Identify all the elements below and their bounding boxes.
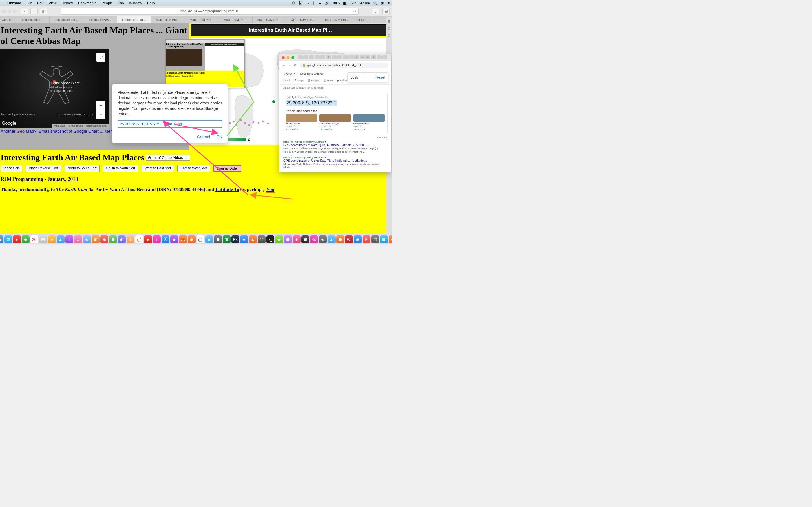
- dock-app29[interactable]: ◉: [293, 235, 301, 243]
- tab-6[interactable]: Map - RJM Pro…: [185, 16, 219, 23]
- tab-7[interactable]: Map - RJM Pro…: [219, 16, 253, 23]
- dock-mail[interactable]: ✉: [4, 235, 12, 243]
- cancel-button[interactable]: Cancel: [197, 134, 210, 139]
- dock-app13[interactable]: ◐: [118, 235, 126, 243]
- google-map[interactable]: 📍 Cerne Abbas Giant Naked male figure cu…: [0, 49, 109, 128]
- sort-w2e[interactable]: West to East Sort: [142, 165, 174, 172]
- tab-1[interactable]: htmlattachmen…: [16, 16, 50, 23]
- bluetooth-icon[interactable]: ᚼ: [312, 1, 315, 5]
- new-tab-button[interactable]: +: [370, 16, 378, 23]
- gnav-maps[interactable]: 📍 Maps: [294, 79, 304, 83]
- dock-app24[interactable]: ◈: [240, 235, 248, 243]
- gnav-news[interactable]: 📰 News: [323, 79, 334, 83]
- popup-fwd[interactable]: →: [288, 64, 291, 67]
- sort-place[interactable]: Place Sort: [1, 165, 22, 172]
- you-link[interactable]: You: [266, 187, 275, 193]
- tab-2[interactable]: htmlattachmen…: [50, 16, 84, 23]
- tab-5[interactable]: Map - RJM Pro…: [151, 16, 185, 23]
- popup-url[interactable]: 🔒google.com/search?rlz=1C5CHFA_enA…: [299, 62, 388, 68]
- popup-close[interactable]: [282, 56, 285, 59]
- gnav-images[interactable]: 🖼 Images: [308, 79, 319, 83]
- place-select[interactable]: Giant of Cerne Abbas: [146, 155, 190, 161]
- sort-place-rev[interactable]: Place Reverse Sort: [26, 165, 61, 172]
- dock-ps[interactable]: Ps: [232, 235, 239, 243]
- pas-item-0[interactable]: Mount Conner 25.4928° S, 131.8978° E: [286, 114, 317, 131]
- menu-edit[interactable]: Edit: [37, 1, 43, 5]
- reload-icon[interactable]: ⟳: [353, 9, 356, 13]
- gnav-all[interactable]: 🔍 All: [283, 79, 290, 83]
- tab-4[interactable]: Interesting Eart…: [117, 16, 151, 23]
- menu-history[interactable]: History: [61, 1, 73, 5]
- siri-icon[interactable]: ◉: [381, 1, 384, 5]
- volume-icon[interactable]: 🔊: [325, 1, 329, 5]
- dock-app10[interactable]: ▣: [92, 235, 100, 243]
- battery-icon[interactable]: ▮▯: [343, 1, 347, 5]
- popup-reload[interactable]: ⟳: [294, 63, 297, 67]
- dock-app23[interactable]: ▣: [223, 235, 231, 243]
- zoom-reset[interactable]: Reset: [375, 75, 385, 79]
- back-button[interactable]: ‹: [21, 8, 28, 14]
- search-result-1[interactable]: latitude.to › Articles by country › Aust…: [280, 139, 391, 155]
- dock-app33[interactable]: ⬢: [336, 235, 344, 243]
- fullscreen-icon[interactable]: ⛶: [96, 53, 105, 62]
- email-snapshot-link[interactable]: Email snapshot of Google Chart ...: [39, 129, 103, 133]
- forward-button[interactable]: ›: [31, 8, 38, 14]
- ok-button[interactable]: OK: [216, 134, 222, 139]
- spotlight-icon[interactable]: 🔍: [373, 1, 377, 5]
- tab-10[interactable]: Map - RJM Pro…: [320, 16, 354, 23]
- zoom-in[interactable]: +: [369, 74, 372, 80]
- zoom-out[interactable]: −: [362, 74, 365, 80]
- dock-app19[interactable]: 🦊: [179, 235, 187, 243]
- dock-app8[interactable]: ♫: [74, 235, 82, 243]
- pas-item-1[interactable]: Macdonnell Ranges 23.7407° S, 133.3460° …: [319, 114, 351, 131]
- dock-app26[interactable]: ⬚: [258, 235, 266, 243]
- dock-terminal[interactable]: ›_: [266, 235, 274, 243]
- maximize-button[interactable]: [13, 10, 16, 13]
- dock-app7[interactable]: ♪: [65, 235, 73, 243]
- dock-app12[interactable]: ⬢: [109, 235, 117, 243]
- menubar-icon-1[interactable]: ⚙: [292, 1, 295, 5]
- dock-app11[interactable]: ◉: [100, 235, 108, 243]
- minimize-button[interactable]: [8, 10, 11, 13]
- share-button[interactable]: ⤴: [372, 8, 379, 14]
- dock-app14[interactable]: ♦: [126, 235, 135, 243]
- dock-app32[interactable]: ▲: [327, 235, 336, 243]
- tab-3[interactable]: localhost:8888…: [84, 16, 117, 23]
- popup-min[interactable]: [287, 56, 290, 59]
- dock-app6[interactable]: ▲: [57, 235, 64, 243]
- geo-marker-green[interactable]: [272, 100, 276, 104]
- screen-icon[interactable]: ▭: [306, 1, 309, 5]
- tab-8[interactable]: Map - RJM Pro…: [253, 16, 287, 23]
- dock-calendar[interactable]: 20: [31, 235, 38, 243]
- dock-safari[interactable]: 🧭: [0, 235, 3, 243]
- sidebar-button[interactable]: ▥: [40, 8, 47, 14]
- dock-app36[interactable]: ⬚: [371, 235, 379, 243]
- prompt-input[interactable]: [117, 120, 222, 128]
- dock-chrome[interactable]: ◯: [197, 235, 204, 243]
- notification-icon[interactable]: ≡: [388, 1, 390, 5]
- dock-app16[interactable]: ●: [144, 235, 152, 243]
- search-result-2[interactable]: latitude.to › Articles by country › Aust…: [280, 155, 391, 170]
- dock-app15[interactable]: ◯: [135, 235, 143, 243]
- dock-app28[interactable]: ⬢: [284, 235, 292, 243]
- dock-app30[interactable]: ▣: [301, 235, 309, 243]
- close-button[interactable]: [2, 10, 6, 13]
- dock-app4[interactable]: ▤: [39, 235, 47, 243]
- dock-app21[interactable]: e: [205, 235, 213, 243]
- dock-app38[interactable]: ◆: [389, 235, 392, 243]
- dock-appstore[interactable]: Ⓐ: [161, 235, 169, 243]
- terms-link[interactable]: Terms of Use: [68, 124, 83, 127]
- menu-bookmarks[interactable]: Bookmarks: [78, 1, 96, 5]
- menu-window[interactable]: Window: [129, 1, 142, 5]
- dock-app18[interactable]: ◆: [170, 235, 178, 243]
- zoom-in-button[interactable]: +: [96, 101, 105, 110]
- dock-app22[interactable]: ⬢: [214, 235, 222, 243]
- menu-tab[interactable]: Tab: [118, 1, 124, 5]
- dock-app2[interactable]: ●: [13, 235, 21, 243]
- dock-app20[interactable]: ◉: [188, 235, 196, 243]
- clock[interactable]: Sun 9:47 am: [350, 1, 370, 5]
- gnav-videos[interactable]: ▶ Videos: [338, 79, 348, 83]
- sort-n2s[interactable]: North to South Sort: [64, 165, 100, 172]
- sort-original[interactable]: Original Order: [213, 165, 241, 172]
- wifi-icon[interactable]: ▲: [318, 1, 322, 5]
